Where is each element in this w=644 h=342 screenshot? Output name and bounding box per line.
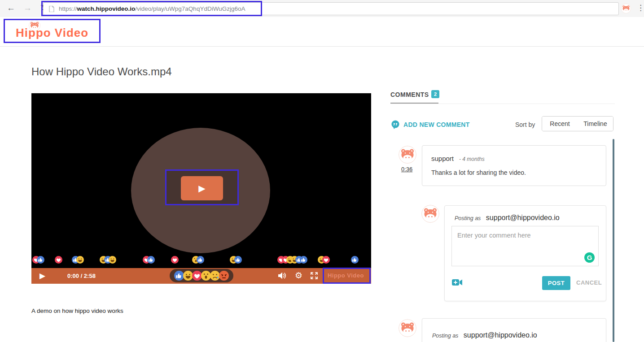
wow-reaction-icon[interactable] [201, 271, 211, 281]
commenter2-avatar [399, 319, 416, 337]
reaction-picker [170, 269, 233, 282]
laugh-reaction-icon[interactable] [183, 271, 193, 281]
thumb-reaction-icon [351, 256, 359, 264]
posting-as-email-2: support@hippovideo.io [464, 331, 537, 339]
timeline-reactions-row [31, 256, 371, 265]
page-security-icon [49, 6, 54, 12]
comment-input-wrap: G [451, 226, 599, 266]
timeline-reaction-cluster [171, 256, 179, 264]
timeline-reaction-cluster [192, 256, 204, 264]
comment2-composer-card: Posting as support@hippovideo.io [422, 318, 606, 342]
watch-page: ← → ↻ https://watch.hippovideo.io/video/… [0, 0, 644, 342]
big-play-button[interactable]: ▶ [181, 176, 223, 200]
comments-count-badge: 2 [431, 90, 439, 98]
video-description: A demo on how hippo video works [31, 307, 123, 314]
add-video-comment-icon[interactable] [452, 279, 463, 286]
thumb-reaction-icon [37, 256, 44, 264]
timeline-reaction-cluster [55, 256, 62, 264]
browser-forward-icon[interactable]: → [23, 2, 32, 14]
thumb-reaction-icon [300, 256, 307, 264]
heart-reaction-icon [55, 256, 62, 264]
timeline-reaction-cluster [72, 256, 84, 264]
comments-scrollbar[interactable] [613, 139, 614, 342]
browser-toolbar: ← → ↻ https://watch.hippovideo.io/video/… [0, 0, 644, 17]
heart-reaction-icon [171, 256, 179, 264]
comments-panel: COMMENTS 2 ADD NEW COMMENT Sort by Recen… [390, 90, 615, 342]
heart-reaction-icon [322, 256, 330, 264]
thumb-reaction-icon [234, 256, 242, 264]
cancel-button[interactable]: CANCEL [576, 279, 602, 286]
comments-tab[interactable]: COMMENTS [390, 91, 429, 98]
comment-input[interactable] [452, 226, 598, 266]
timeline-reaction-cluster [100, 256, 116, 264]
video-player: ▶ ▶ 0:00 / 2:58 ⚙ Hippo Video [31, 93, 371, 284]
commenter-avatar [399, 146, 416, 164]
settings-gear-icon[interactable]: ⚙ [295, 271, 302, 281]
posting-as-label-2: Posting as [432, 333, 458, 339]
thumb-reaction-icon[interactable] [174, 271, 184, 281]
comment-text: Thanks a lot for sharing the video. [431, 169, 526, 176]
browser-menu-icon[interactable]: ⋮ [637, 3, 644, 13]
comments-tab-underline [390, 103, 438, 104]
sort-timeline-button[interactable]: Timeline [578, 117, 613, 131]
comment-timestamp-link[interactable]: 0:36 [401, 166, 412, 173]
sort-recent-button[interactable]: Recent [542, 117, 578, 131]
timeline-reaction-cluster [277, 256, 307, 264]
composer-footer: POST CANCEL [445, 275, 607, 291]
sort-by-label: Sort by [515, 121, 535, 128]
composer-avatar [421, 205, 439, 223]
video-title: How Hippo Video Works.mp4 [31, 65, 172, 78]
comment-card: support - 4 months Thanks a lot for shar… [422, 145, 606, 186]
sad-reaction-icon[interactable] [210, 271, 220, 281]
posting-as-email: support@hippovideo.io [486, 214, 560, 221]
add-new-comment-button[interactable]: ADD NEW COMMENT [391, 120, 470, 129]
timeline-reaction-cluster [32, 256, 44, 264]
posting-as-row: Posting as support@hippovideo.io [455, 214, 560, 222]
timeline-reaction-cluster [143, 256, 155, 264]
address-bar[interactable]: https://watch.hippovideo.io/video/play/u… [43, 2, 619, 15]
comment-composer-card: Posting as support@hippovideo.io G POST … [444, 205, 606, 301]
volume-icon[interactable] [277, 272, 287, 280]
comment-age: - 4 months [459, 156, 485, 162]
laugh-reaction-icon [109, 256, 116, 264]
hippo-video-logo[interactable]: Hippo Video [16, 26, 88, 40]
player-watermark: Hippo Video [328, 272, 364, 279]
heart-reaction-icon[interactable] [192, 271, 202, 281]
post-button[interactable]: POST [542, 276, 570, 290]
control-play-button[interactable]: ▶ [39, 271, 45, 281]
angry-reaction-icon[interactable] [219, 271, 229, 281]
video-control-bar: ▶ 0:00 / 2:58 ⚙ Hippo Video [31, 268, 371, 284]
browser-back-icon[interactable]: ← [7, 2, 15, 14]
play-icon: ▶ [198, 184, 205, 193]
comment-bubble-icon [391, 120, 400, 129]
posting-as-label: Posting as [455, 215, 481, 221]
url-text: https://watch.hippovideo.io/video/play/u… [59, 5, 245, 12]
timeline-reaction-cluster [318, 256, 330, 264]
comment-author: support [431, 155, 454, 162]
posting-as-row-2: Posting as support@hippovideo.io [432, 331, 537, 339]
video-screen[interactable]: ▶ [31, 93, 371, 268]
timeline-reaction-cluster [230, 256, 242, 264]
timeline-reaction-cluster [351, 256, 359, 264]
thumb-reaction-icon [147, 256, 155, 264]
thumb-reaction-icon [197, 256, 204, 264]
grammarly-icon[interactable]: G [584, 252, 595, 263]
sort-toggle-group: Recent Timeline [542, 116, 613, 131]
time-display: 0:00 / 2:58 [67, 273, 96, 279]
fullscreen-icon[interactable] [310, 272, 318, 280]
laugh-reaction-icon [76, 256, 84, 264]
comments-tab-row: COMMENTS 2 [390, 90, 615, 104]
browser-profile-avatar[interactable] [621, 4, 631, 13]
site-header: Hippo Video [0, 17, 644, 47]
